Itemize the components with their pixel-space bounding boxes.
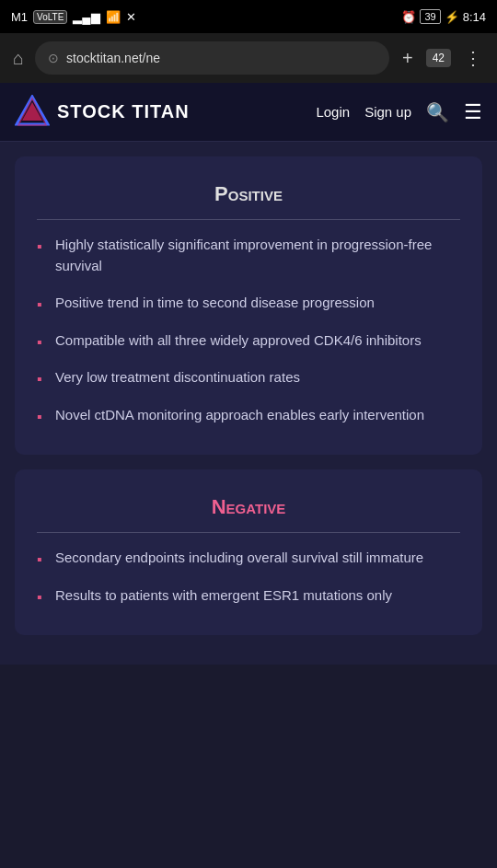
negative-card-title: Negative	[37, 495, 460, 533]
address-text: stocktitan.net/ne	[66, 51, 160, 65]
clock: 8:14	[463, 10, 486, 24]
search-icon[interactable]: 🔍	[426, 101, 449, 123]
logo-icon	[15, 95, 50, 130]
home-button[interactable]: ⌂	[9, 44, 28, 73]
browser-chrome: ⌂ ⊙ stocktitan.net/ne + 42 ⋮	[0, 33, 497, 83]
nav-links: Login Sign up 🔍 ☰	[316, 100, 482, 124]
battery-icon: 39	[420, 9, 440, 24]
alarm-icon: ⏰	[401, 10, 416, 24]
list-item: Compatible with all three widely approve…	[37, 330, 460, 352]
new-tab-button[interactable]: +	[397, 44, 419, 73]
status-right: ⏰ 39 ⚡ 8:14	[401, 9, 486, 24]
signup-link[interactable]: Sign up	[364, 104, 411, 120]
list-item: Results to patients with emergent ESR1 m…	[37, 585, 460, 607]
negative-card: Negative Secondary endpoints including o…	[15, 469, 482, 635]
site-security-icon: ⊙	[48, 51, 59, 65]
site-title: STOCK TITAN	[57, 101, 190, 122]
content-area: Positive Highly statistically significan…	[0, 142, 497, 665]
logo-container[interactable]: STOCK TITAN	[15, 95, 190, 130]
dots-menu-icon: ⋮	[464, 47, 482, 69]
extra-icon: ✕	[126, 10, 136, 24]
list-item: Very low treatment discontinuation rates	[37, 367, 460, 388]
status-bar: M1 VoLTE ▂▄▆ 📶 ✕ ⏰ 39 ⚡ 8:14	[0, 0, 497, 33]
list-item: Positive trend in time to second disease…	[37, 293, 460, 314]
browser-menu-button[interactable]: ⋮	[458, 43, 488, 73]
wifi-icon: 📶	[106, 10, 121, 24]
tab-count-badge[interactable]: 42	[426, 49, 451, 67]
charging-icon: ⚡	[445, 10, 459, 24]
signal-icon: ▂▄▆	[73, 10, 99, 24]
volte-badge: VoLTE	[33, 10, 67, 24]
status-left: M1 VoLTE ▂▄▆ 📶 ✕	[11, 10, 136, 24]
navbar: STOCK TITAN Login Sign up 🔍 ☰	[0, 83, 497, 142]
list-item: Secondary endpoints including overall su…	[37, 548, 460, 569]
address-bar[interactable]: ⊙ stocktitan.net/ne	[35, 41, 389, 75]
login-link[interactable]: Login	[316, 104, 350, 120]
positive-card-title: Positive	[37, 182, 460, 220]
list-item: Highly statistically significant improve…	[37, 235, 460, 276]
list-item: Novel ctDNA monitoring approach enables …	[37, 405, 460, 426]
new-tab-icon: +	[402, 48, 413, 69]
hamburger-menu-icon[interactable]: ☰	[464, 100, 482, 124]
carrier-label: M1	[11, 10, 28, 24]
negative-bullet-list: Secondary endpoints including overall su…	[37, 548, 460, 606]
positive-bullet-list: Highly statistically significant improve…	[37, 235, 460, 425]
positive-card: Positive Highly statistically significan…	[15, 156, 482, 455]
